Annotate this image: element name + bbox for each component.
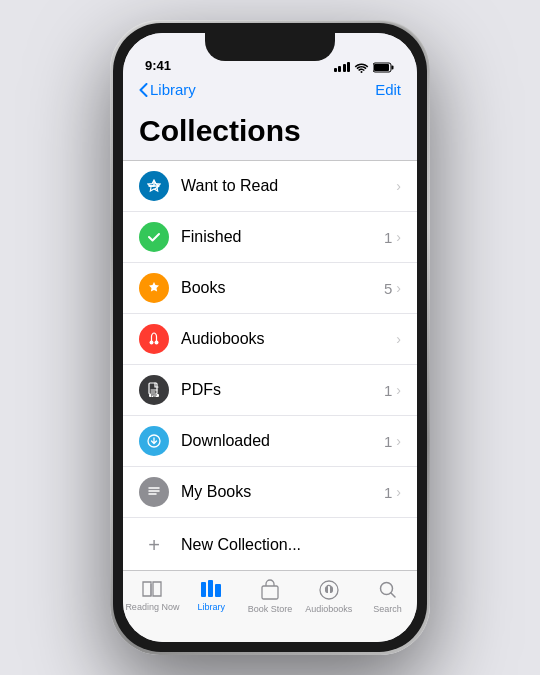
finished-icon bbox=[139, 222, 169, 252]
new-collection-plus-icon: + bbox=[139, 530, 169, 560]
my-books-chevron: › bbox=[396, 484, 401, 500]
battery-icon bbox=[373, 62, 395, 73]
collection-item-audiobooks[interactable]: Audiobooks › bbox=[123, 314, 417, 365]
downloaded-chevron: › bbox=[396, 433, 401, 449]
back-button[interactable]: Library bbox=[139, 81, 196, 98]
back-label: Library bbox=[150, 81, 196, 98]
signal-bars bbox=[334, 62, 351, 72]
want-to-read-icon bbox=[139, 171, 169, 201]
status-icons bbox=[334, 61, 396, 73]
tab-bar: Reading Now Library bbox=[123, 570, 417, 642]
want-to-read-label: Want to Read bbox=[181, 177, 396, 195]
pdfs-icon: PDF bbox=[139, 375, 169, 405]
books-label: Books bbox=[181, 279, 384, 297]
collection-item-want-to-read[interactable]: Want to Read › bbox=[123, 161, 417, 212]
pdfs-count: 1 bbox=[384, 382, 392, 399]
audiobooks-chevron: › bbox=[396, 331, 401, 347]
collection-item-books[interactable]: Books 5 › bbox=[123, 263, 417, 314]
edit-button[interactable]: Edit bbox=[375, 81, 401, 98]
tab-book-store[interactable]: Book Store bbox=[241, 579, 300, 614]
collection-item-pdfs[interactable]: PDF PDFs 1 › bbox=[123, 365, 417, 416]
collections-list: Want to Read › Finished 1 › bbox=[123, 160, 417, 570]
wifi-icon bbox=[354, 61, 369, 73]
downloaded-icon bbox=[139, 426, 169, 456]
want-to-read-chevron: › bbox=[396, 178, 401, 194]
audiobooks-icon bbox=[139, 324, 169, 354]
books-chevron: › bbox=[396, 280, 401, 296]
tab-search[interactable]: Search bbox=[358, 579, 417, 614]
finished-chevron: › bbox=[396, 229, 401, 245]
reading-now-icon bbox=[140, 579, 164, 599]
search-tab-icon bbox=[377, 579, 399, 601]
book-store-icon bbox=[259, 579, 281, 601]
svg-rect-10 bbox=[208, 580, 213, 597]
phone-frame: 9:41 bbox=[110, 20, 430, 655]
content: Collections Want to Read bbox=[123, 106, 417, 570]
tab-reading-now[interactable]: Reading Now bbox=[123, 579, 182, 612]
collection-item-finished[interactable]: Finished 1 › bbox=[123, 212, 417, 263]
my-books-count: 1 bbox=[384, 484, 392, 501]
svg-rect-12 bbox=[262, 586, 278, 599]
downloaded-label: Downloaded bbox=[181, 432, 384, 450]
audiobooks-label: Audiobooks bbox=[181, 330, 396, 348]
finished-count: 1 bbox=[384, 229, 392, 246]
svg-rect-1 bbox=[392, 65, 394, 69]
svg-point-13 bbox=[320, 581, 338, 599]
reading-now-tab-label: Reading Now bbox=[125, 602, 179, 612]
finished-label: Finished bbox=[181, 228, 384, 246]
svg-rect-11 bbox=[215, 584, 221, 597]
audiobooks-tab-icon bbox=[318, 579, 340, 601]
collection-item-downloaded[interactable]: Downloaded 1 › bbox=[123, 416, 417, 467]
back-chevron-icon bbox=[139, 83, 148, 97]
book-store-tab-label: Book Store bbox=[248, 604, 293, 614]
phone-inner: 9:41 bbox=[113, 23, 427, 652]
tab-audiobooks[interactable]: Audiobooks bbox=[299, 579, 358, 614]
page-title: Collections bbox=[123, 106, 417, 160]
pdfs-label: PDFs bbox=[181, 381, 384, 399]
audiobooks-tab-label: Audiobooks bbox=[305, 604, 352, 614]
pdfs-chevron: › bbox=[396, 382, 401, 398]
tab-library[interactable]: Library bbox=[182, 579, 241, 612]
library-icon bbox=[199, 579, 223, 599]
collection-item-my-books[interactable]: My Books 1 › bbox=[123, 467, 417, 518]
svg-text:PDF: PDF bbox=[151, 394, 157, 398]
svg-rect-2 bbox=[374, 64, 389, 71]
new-collection-item[interactable]: + New Collection... bbox=[123, 518, 417, 570]
my-books-label: My Books bbox=[181, 483, 384, 501]
search-tab-label: Search bbox=[373, 604, 402, 614]
new-collection-label: New Collection... bbox=[181, 536, 301, 554]
my-books-icon bbox=[139, 477, 169, 507]
status-time: 9:41 bbox=[145, 58, 171, 73]
nav-bar: Library Edit bbox=[123, 77, 417, 106]
notch bbox=[205, 33, 335, 61]
books-count: 5 bbox=[384, 280, 392, 297]
downloaded-count: 1 bbox=[384, 433, 392, 450]
library-tab-label: Library bbox=[197, 602, 225, 612]
screen: 9:41 bbox=[123, 33, 417, 642]
books-icon bbox=[139, 273, 169, 303]
svg-rect-9 bbox=[201, 582, 206, 597]
